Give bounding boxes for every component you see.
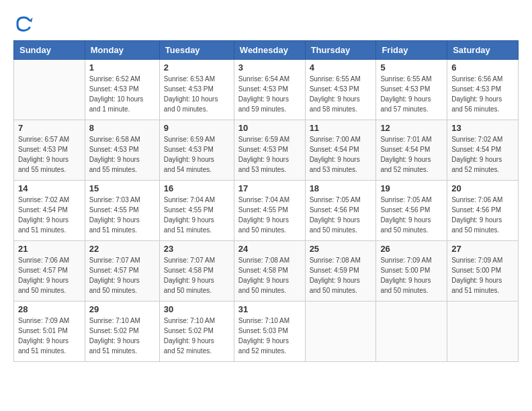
calendar-cell: 9Sunrise: 6:59 AM Sunset: 4:53 PM Daylig…: [159, 120, 234, 181]
calendar-cell: [376, 302, 447, 362]
day-number: 21: [18, 244, 81, 254]
day-info: Sunrise: 7:01 AM Sunset: 4:54 PM Dayligh…: [380, 134, 443, 175]
day-info: Sunrise: 6:54 AM Sunset: 4:53 PM Dayligh…: [238, 74, 301, 114]
calendar-cell: 19Sunrise: 7:05 AM Sunset: 4:56 PM Dayli…: [376, 181, 447, 241]
day-number: 11: [310, 123, 372, 133]
day-info: Sunrise: 7:06 AM Sunset: 4:57 PM Dayligh…: [18, 255, 81, 295]
calendar-cell: 16Sunrise: 7:04 AM Sunset: 4:55 PM Dayli…: [159, 181, 234, 241]
day-number: 6: [451, 62, 514, 73]
calendar-cell: 26Sunrise: 7:09 AM Sunset: 5:00 PM Dayli…: [376, 241, 447, 302]
day-info: Sunrise: 7:09 AM Sunset: 5:01 PM Dayligh…: [18, 316, 81, 356]
calendar-cell: 31Sunrise: 7:10 AM Sunset: 5:03 PM Dayli…: [234, 302, 305, 362]
week-row-2: 7Sunrise: 6:57 AM Sunset: 4:53 PM Daylig…: [14, 120, 519, 181]
calendar-cell: 6Sunrise: 6:56 AM Sunset: 4:53 PM Daylig…: [447, 60, 519, 120]
day-info: Sunrise: 7:04 AM Sunset: 4:55 PM Dayligh…: [164, 195, 230, 235]
day-number: 31: [238, 304, 301, 314]
calendar-cell: 22Sunrise: 7:07 AM Sunset: 4:57 PM Dayli…: [85, 241, 159, 302]
calendar-cell: 13Sunrise: 7:02 AM Sunset: 4:54 PM Dayli…: [447, 120, 519, 181]
calendar-cell: 3Sunrise: 6:54 AM Sunset: 4:53 PM Daylig…: [234, 60, 305, 120]
calendar-cell: 8Sunrise: 6:58 AM Sunset: 4:53 PM Daylig…: [85, 120, 159, 181]
day-number: 29: [89, 304, 155, 314]
day-info: Sunrise: 7:08 AM Sunset: 4:58 PM Dayligh…: [238, 255, 301, 295]
day-header-saturday: Saturday: [447, 41, 519, 60]
day-header-thursday: Thursday: [305, 41, 376, 60]
day-number: 28: [18, 304, 81, 314]
day-info: Sunrise: 7:02 AM Sunset: 4:54 PM Dayligh…: [451, 134, 514, 175]
day-info: Sunrise: 7:10 AM Sunset: 5:02 PM Dayligh…: [89, 316, 155, 356]
day-info: Sunrise: 7:10 AM Sunset: 5:02 PM Dayligh…: [164, 316, 230, 356]
calendar-cell: 25Sunrise: 7:08 AM Sunset: 4:59 PM Dayli…: [305, 241, 376, 302]
day-info: Sunrise: 7:10 AM Sunset: 5:03 PM Dayligh…: [238, 316, 301, 356]
calendar-cell: 28Sunrise: 7:09 AM Sunset: 5:01 PM Dayli…: [14, 302, 85, 362]
day-info: Sunrise: 6:59 AM Sunset: 4:53 PM Dayligh…: [238, 134, 301, 175]
day-number: 13: [451, 123, 514, 133]
day-number: 9: [164, 123, 230, 133]
day-number: 12: [380, 123, 443, 133]
week-row-4: 21Sunrise: 7:06 AM Sunset: 4:57 PM Dayli…: [14, 241, 519, 302]
day-number: 27: [451, 244, 514, 254]
day-header-sunday: Sunday: [14, 41, 85, 60]
day-number: 30: [164, 304, 230, 314]
calendar-cell: 4Sunrise: 6:55 AM Sunset: 4:53 PM Daylig…: [305, 60, 376, 120]
calendar-cell: 21Sunrise: 7:06 AM Sunset: 4:57 PM Dayli…: [14, 241, 85, 302]
day-info: Sunrise: 7:09 AM Sunset: 5:00 PM Dayligh…: [451, 255, 514, 295]
calendar-cell: 17Sunrise: 7:04 AM Sunset: 4:55 PM Dayli…: [234, 181, 305, 241]
calendar-cell: 24Sunrise: 7:08 AM Sunset: 4:58 PM Dayli…: [234, 241, 305, 302]
day-header-tuesday: Tuesday: [159, 41, 234, 60]
day-info: Sunrise: 7:08 AM Sunset: 4:59 PM Dayligh…: [310, 255, 372, 295]
day-info: Sunrise: 6:55 AM Sunset: 4:53 PM Dayligh…: [380, 74, 443, 114]
calendar-cell: 23Sunrise: 7:07 AM Sunset: 4:58 PM Dayli…: [159, 241, 234, 302]
day-number: 19: [380, 183, 443, 193]
day-info: Sunrise: 7:06 AM Sunset: 4:56 PM Dayligh…: [451, 195, 514, 235]
calendar-cell: 29Sunrise: 7:10 AM Sunset: 5:02 PM Dayli…: [85, 302, 159, 362]
calendar-cell: 5Sunrise: 6:55 AM Sunset: 4:53 PM Daylig…: [376, 60, 447, 120]
day-number: 17: [238, 183, 301, 193]
day-info: Sunrise: 6:55 AM Sunset: 4:53 PM Dayligh…: [310, 74, 372, 114]
day-info: Sunrise: 7:09 AM Sunset: 5:00 PM Dayligh…: [380, 255, 443, 295]
day-number: 16: [164, 183, 230, 193]
calendar-cell: [305, 302, 376, 362]
calendar-cell: 30Sunrise: 7:10 AM Sunset: 5:02 PM Dayli…: [159, 302, 234, 362]
calendar-cell: 1Sunrise: 6:52 AM Sunset: 4:53 PM Daylig…: [85, 60, 159, 120]
day-number: 18: [310, 183, 372, 193]
day-number: 25: [310, 244, 372, 254]
day-header-wednesday: Wednesday: [234, 41, 305, 60]
week-row-3: 14Sunrise: 7:02 AM Sunset: 4:54 PM Dayli…: [14, 181, 519, 241]
calendar-cell: 18Sunrise: 7:05 AM Sunset: 4:56 PM Dayli…: [305, 181, 376, 241]
day-number: 22: [89, 244, 155, 254]
day-info: Sunrise: 6:52 AM Sunset: 4:53 PM Dayligh…: [89, 74, 155, 114]
calendar-cell: 15Sunrise: 7:03 AM Sunset: 4:55 PM Dayli…: [85, 181, 159, 241]
calendar-cell: 12Sunrise: 7:01 AM Sunset: 4:54 PM Dayli…: [376, 120, 447, 181]
calendar-cell: 2Sunrise: 6:53 AM Sunset: 4:53 PM Daylig…: [159, 60, 234, 120]
logo-icon: [13, 13, 34, 34]
calendar-cell: [14, 60, 85, 120]
day-info: Sunrise: 7:04 AM Sunset: 4:55 PM Dayligh…: [238, 195, 301, 235]
calendar-cell: 11Sunrise: 7:00 AM Sunset: 4:54 PM Dayli…: [305, 120, 376, 181]
days-header-row: SundayMondayTuesdayWednesdayThursdayFrid…: [14, 41, 519, 60]
day-number: 2: [164, 62, 230, 73]
calendar-cell: 20Sunrise: 7:06 AM Sunset: 4:56 PM Dayli…: [447, 181, 519, 241]
day-number: 10: [238, 123, 301, 133]
day-number: 14: [18, 183, 81, 193]
day-header-friday: Friday: [376, 41, 447, 60]
day-info: Sunrise: 6:59 AM Sunset: 4:53 PM Dayligh…: [164, 134, 230, 175]
day-info: Sunrise: 6:53 AM Sunset: 4:53 PM Dayligh…: [164, 74, 230, 114]
day-number: 15: [89, 183, 155, 193]
day-number: 8: [89, 123, 155, 133]
day-info: Sunrise: 7:05 AM Sunset: 4:56 PM Dayligh…: [310, 195, 372, 235]
calendar-cell: 7Sunrise: 6:57 AM Sunset: 4:53 PM Daylig…: [14, 120, 85, 181]
day-number: 23: [164, 244, 230, 254]
day-info: Sunrise: 6:56 AM Sunset: 4:53 PM Dayligh…: [451, 74, 514, 114]
day-number: 4: [310, 62, 372, 73]
day-info: Sunrise: 7:07 AM Sunset: 4:58 PM Dayligh…: [164, 255, 230, 295]
day-info: Sunrise: 7:00 AM Sunset: 4:54 PM Dayligh…: [310, 134, 372, 175]
day-header-monday: Monday: [85, 41, 159, 60]
calendar-table: SundayMondayTuesdayWednesdayThursdayFrid…: [13, 40, 519, 362]
day-info: Sunrise: 6:58 AM Sunset: 4:53 PM Dayligh…: [89, 134, 155, 175]
day-number: 3: [238, 62, 301, 73]
calendar-cell: 10Sunrise: 6:59 AM Sunset: 4:53 PM Dayli…: [234, 120, 305, 181]
day-number: 26: [380, 244, 443, 254]
day-info: Sunrise: 7:02 AM Sunset: 4:54 PM Dayligh…: [18, 195, 81, 235]
logo: [13, 13, 36, 34]
day-number: 20: [451, 183, 514, 193]
